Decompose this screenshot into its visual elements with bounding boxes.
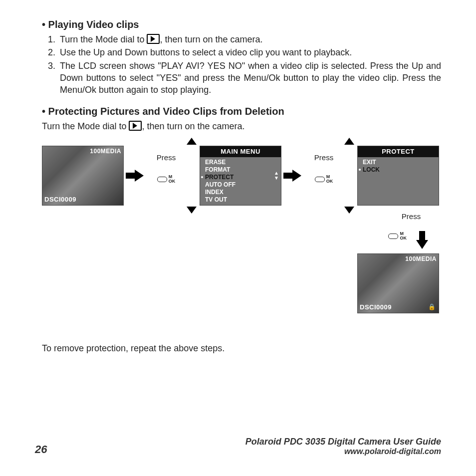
section-playing-title: • Playing Video clips: [42, 18, 441, 31]
menu-header: PROTECT: [358, 146, 439, 158]
lcd-bot-label: DSCI0009: [44, 195, 76, 204]
menu-body: ERASE FORMAT PROTECT AUTO OFF INDEX TV O…: [200, 157, 281, 204]
page-footer: 26 Polaroid PDC 3035 Digital Camera User…: [35, 437, 441, 456]
section-protect-title: • Protecting Pictures and Video Clips fr…: [42, 105, 441, 118]
press-label: Press: [308, 153, 339, 163]
lock-icon: 🔒: [428, 303, 436, 311]
down-triangle-icon: [187, 207, 197, 214]
press-group-2: Press MOK: [308, 153, 339, 184]
lcd-protect-menu: PROTECT EXIT LOCK: [357, 146, 439, 206]
playback-mode-icon: [147, 34, 160, 44]
protect-body: Turn the Mode dial to , then turn on the…: [42, 120, 441, 132]
lcd-photo-start: 100MEDIA DSCI0009: [42, 146, 124, 206]
lcd-top-label: 100MEDIA: [90, 147, 121, 155]
menu-body: EXIT LOCK: [358, 157, 439, 174]
footer-guide: Polaroid PDC 3035 Digital Camera User Gu…: [245, 437, 441, 447]
menu-item-selected: PROTECT: [205, 174, 281, 181]
press-label: Press: [151, 153, 182, 163]
step-2: Use the Up and Down buttons to select a …: [58, 46, 441, 58]
press-label: Press: [381, 212, 441, 222]
lcd-bot-label: DSCI0009: [360, 303, 392, 312]
down-triangle-icon: [344, 207, 354, 214]
ok-button-icon: [388, 234, 398, 239]
lcd-photo-result: 100MEDIA DSCI0009 🔒: [357, 253, 439, 313]
ok-button-icon: [315, 177, 325, 182]
updown-indicator-icon: ▲▼: [274, 171, 279, 181]
menu-header: MAIN MENU: [200, 146, 281, 158]
arrow-right-icon: [283, 170, 302, 182]
ok-button-icon: [157, 177, 167, 182]
playback-mode-icon: [129, 121, 142, 131]
press-group-1: Press MOK: [151, 153, 182, 184]
up-triangle-icon: [187, 138, 197, 145]
menu-item-selected: LOCK: [363, 166, 439, 174]
page-number: 26: [35, 443, 47, 456]
lcd-top-label: 100MEDIA: [405, 255, 437, 263]
up-triangle-icon: [344, 138, 354, 145]
protect-diagram: 100MEDIA DSCI0009 Press MOK MAIN MENU ER…: [42, 138, 441, 337]
footer-url: www.polaroid-digital.com: [245, 447, 441, 456]
step-1a: Turn the Mode dial to: [60, 34, 147, 44]
step-1b: , then turn on the camera.: [160, 34, 262, 44]
arrow-down-icon: [415, 231, 434, 243]
arrow-right-icon: [126, 170, 145, 182]
step-3: The LCD screen shows "PLAY AVI? YES NO" …: [58, 60, 441, 96]
press-group-3: Press MOK: [381, 212, 441, 243]
step-1: Turn the Mode dial to , then turn on the…: [58, 33, 441, 45]
protect-after: To remove protection, repeat the above s…: [42, 342, 441, 354]
lcd-main-menu: MAIN MENU ERASE FORMAT PROTECT AUTO OFF …: [200, 146, 281, 206]
